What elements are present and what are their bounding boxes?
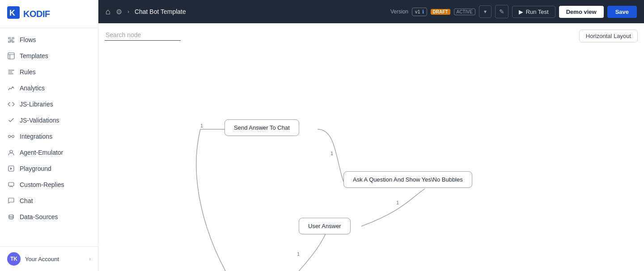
chat-icon xyxy=(7,197,15,205)
version-info-icon: ℹ xyxy=(422,9,424,15)
demo-view-button[interactable]: Demo view xyxy=(559,6,604,18)
logo-icon: K xyxy=(7,6,20,21)
user-avatar: TK xyxy=(7,252,21,266)
run-test-label: Run Test xyxy=(526,8,549,15)
sidebar-item-templates[interactable]: Templates xyxy=(0,48,98,64)
sidebar-label-rules: Rules xyxy=(20,68,36,76)
sidebar-label-analytics: Analytics xyxy=(20,85,45,92)
sidebar-item-rules[interactable]: Rules xyxy=(0,64,98,80)
svg-text:1: 1 xyxy=(200,123,203,128)
svg-point-3 xyxy=(8,136,11,138)
svg-text:1: 1 xyxy=(330,151,333,156)
version-dropdown-button[interactable]: ▾ xyxy=(479,5,491,18)
database-icon xyxy=(7,213,15,221)
edges-svg: 1 1 1 1 xyxy=(98,23,644,271)
horizontal-layout-button[interactable]: Horizontal Layout xyxy=(579,30,638,42)
main-area: ⌂ ⚙ › Chat Bot Template Version v1 ℹ DRA… xyxy=(98,0,644,271)
version-number: v1 xyxy=(415,9,420,14)
run-icon: ▶ xyxy=(519,8,523,15)
sidebar-label-playground: Playground xyxy=(20,165,51,172)
sidebar-label-flows: Flows xyxy=(20,36,36,43)
logo: K KODIF xyxy=(0,0,98,28)
sidebar-item-js-validations[interactable]: JS-Validations xyxy=(0,112,98,128)
integrations-icon xyxy=(7,132,15,140)
sidebar-item-js-libraries[interactable]: JS-Libraries xyxy=(0,96,98,112)
flows-icon xyxy=(7,36,15,44)
version-section: Version v1 ℹ DRAFT ACTIVE ▾ ✎ ▶ Run Test… xyxy=(390,5,637,18)
sidebar-label-templates: Templates xyxy=(20,52,48,59)
run-test-button[interactable]: ▶ Run Test xyxy=(512,6,555,18)
replies-icon xyxy=(7,181,15,189)
flow-canvas: 1 1 1 1 Send Answer To Chat Ask A Questi xyxy=(98,23,644,271)
home-icon[interactable]: ⌂ xyxy=(106,7,110,17)
topbar-chevron-icon[interactable]: › xyxy=(127,8,129,15)
edit-button[interactable]: ✎ xyxy=(495,5,508,18)
svg-text:K: K xyxy=(9,8,15,17)
svg-point-4 xyxy=(12,136,14,138)
topbar-title: Chat Bot Template xyxy=(135,8,186,15)
svg-rect-2 xyxy=(8,53,14,59)
sidebar-item-custom-replies[interactable]: Custom-Replies xyxy=(0,177,98,193)
sidebar-item-flows[interactable]: Flows xyxy=(0,32,98,48)
sidebar-label-chat: Chat xyxy=(20,197,33,204)
node-send-answer-label: Send Answer To Chat xyxy=(234,124,290,131)
playground-icon xyxy=(7,165,15,173)
sidebar-label-integrations: Integrations xyxy=(20,133,52,140)
sidebar-nav: Flows Templates Rules Analytics xyxy=(0,28,98,246)
templates-icon xyxy=(7,52,15,60)
account-label: Your Account xyxy=(25,256,85,263)
sidebar-label-js-validations: JS-Validations xyxy=(20,117,59,124)
version-badge: v1 ℹ xyxy=(412,8,427,16)
rules-icon xyxy=(7,68,15,76)
code-icon xyxy=(7,100,15,108)
search-bar xyxy=(105,30,181,41)
svg-text:1: 1 xyxy=(396,200,399,205)
sidebar-label-data-sources: Data-Sources xyxy=(20,213,58,220)
sidebar-item-analytics[interactable]: Analytics xyxy=(0,80,98,96)
svg-rect-7 xyxy=(8,182,14,186)
active-badge: ACTIVE xyxy=(454,8,475,15)
topbar: ⌂ ⚙ › Chat Bot Template Version v1 ℹ DRA… xyxy=(98,0,644,23)
agent-icon xyxy=(7,148,15,157)
sidebar-label-js-libraries: JS-Libraries xyxy=(20,101,53,108)
node-user-answer[interactable]: User Answer xyxy=(299,218,351,234)
version-label: Version xyxy=(390,8,408,15)
analytics-icon xyxy=(7,84,15,92)
node-user-answer-label: User Answer xyxy=(308,223,341,229)
account-section[interactable]: TK Your Account › xyxy=(0,246,98,271)
canvas-wrapper: Horizontal Layout 1 1 1 1 xyxy=(98,23,644,271)
sidebar: K KODIF Flows Templates Rules xyxy=(0,0,98,271)
draft-badge: DRAFT xyxy=(431,9,450,15)
validations-icon xyxy=(7,116,15,124)
node-ask-question-label: Ask A Question And Show Yes\No Bubbles xyxy=(353,176,463,183)
logo-text: KODIF xyxy=(23,9,50,19)
sidebar-item-playground[interactable]: Playground xyxy=(0,161,98,177)
sidebar-label-custom-replies: Custom-Replies xyxy=(20,181,64,188)
gear-icon[interactable]: ⚙ xyxy=(116,8,122,16)
sidebar-label-agent-emulator: Agent-Emulator xyxy=(20,149,63,156)
save-button[interactable]: Save xyxy=(607,6,637,18)
svg-point-5 xyxy=(10,150,13,153)
svg-point-8 xyxy=(9,215,13,216)
sidebar-item-agent-emulator[interactable]: Agent-Emulator xyxy=(0,144,98,161)
node-send-answer[interactable]: Send Answer To Chat xyxy=(225,119,299,136)
svg-text:1: 1 xyxy=(297,251,300,257)
sidebar-item-data-sources[interactable]: Data-Sources xyxy=(0,209,98,225)
chevron-right-icon: › xyxy=(89,256,91,262)
node-ask-question[interactable]: Ask A Question And Show Yes\No Bubbles xyxy=(343,171,472,188)
sidebar-item-chat[interactable]: Chat xyxy=(0,193,98,209)
sidebar-item-integrations[interactable]: Integrations xyxy=(0,128,98,144)
search-input[interactable] xyxy=(105,30,181,41)
